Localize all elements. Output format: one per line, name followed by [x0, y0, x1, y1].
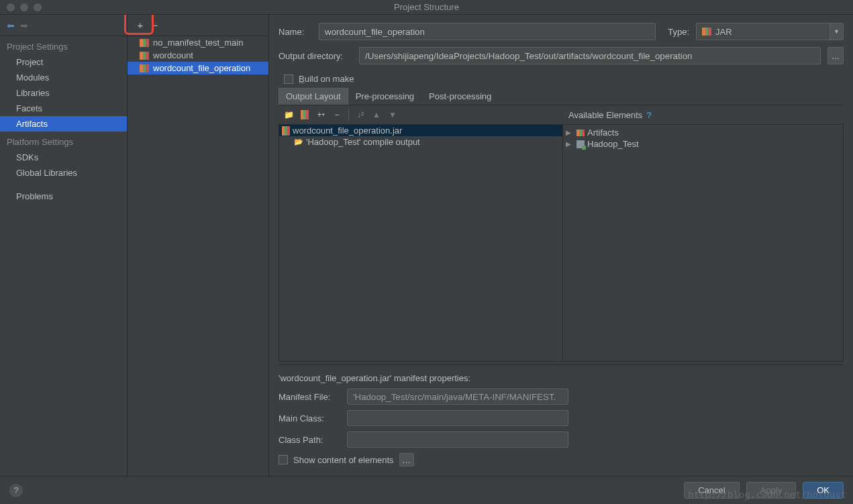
- nav-arrows: ⬅ ➡: [0, 15, 127, 36]
- name-input[interactable]: [319, 23, 656, 40]
- main-class-row: Main Class:: [279, 410, 844, 426]
- main-class-label: Main Class:: [279, 413, 340, 423]
- help-icon[interactable]: ?: [646, 110, 652, 120]
- build-on-make-row: BBuild on makeuild on make: [284, 74, 844, 84]
- jar-icon: [702, 28, 711, 36]
- tab-output-layout[interactable]: Output Layout: [279, 88, 348, 105]
- main-class-input[interactable]: [347, 410, 568, 426]
- output-row: Output directory: …: [279, 47, 844, 64]
- artifacts-list-panel: + − no_manifest_test_main wordcount word…: [128, 15, 269, 476]
- nav-problems[interactable]: Problems: [0, 189, 127, 204]
- remove-artifact-button[interactable]: −: [149, 19, 161, 32]
- manifest-title: 'wordcount_file_operation.jar' manifest …: [279, 370, 844, 389]
- nav-artifacts[interactable]: Artifacts: [0, 116, 127, 132]
- manifest-file-input[interactable]: [347, 389, 568, 405]
- sort-icon[interactable]: ↓²: [353, 107, 368, 122]
- maximize-window-icon[interactable]: [34, 3, 42, 11]
- tabs: Output Layout Pre-processing Post-proces…: [279, 88, 844, 105]
- separator: [348, 109, 349, 121]
- bottom-buttons: Cancel Apply OK: [684, 482, 844, 499]
- class-path-row: Class Path:: [279, 432, 844, 448]
- move-down-icon[interactable]: ▼: [385, 107, 400, 122]
- nav-sdks[interactable]: SDKs: [0, 150, 127, 165]
- artifacts-toolbar: + −: [128, 15, 268, 36]
- window-title: Project Structure: [394, 2, 459, 12]
- artifact-label: wordcount: [153, 50, 193, 60]
- left-panel: ⬅ ➡ Project Settings Project Modules Lib…: [0, 15, 128, 476]
- tree-child[interactable]: 📂 'Hadoop_Test' compile output: [279, 136, 562, 148]
- section-project-settings: Project Settings: [0, 36, 127, 54]
- manifest-file-row: Manifest File:: [279, 389, 844, 405]
- jar-icon: [576, 130, 585, 136]
- nav-global-libraries[interactable]: Global Libraries: [0, 165, 127, 181]
- expand-icon[interactable]: ▶: [566, 140, 574, 148]
- class-path-label: Class Path:: [279, 435, 340, 445]
- module-icon: [576, 140, 585, 148]
- artifact-item-selected[interactable]: wordcount_file_operation: [128, 62, 268, 74]
- expand-icon[interactable]: ▶: [566, 129, 574, 136]
- type-label: Type:: [668, 27, 689, 37]
- artifact-item[interactable]: no_manifest_test_main: [128, 36, 268, 49]
- nav-project[interactable]: Project: [0, 54, 127, 70]
- compile-output-icon: 📂: [294, 138, 303, 146]
- name-label: Name:: [279, 27, 312, 37]
- nav-forward-icon[interactable]: ➡: [20, 20, 28, 31]
- traffic-lights: [0, 3, 42, 11]
- type-select[interactable]: JAR ▼: [696, 23, 844, 40]
- show-content-browse[interactable]: …: [399, 453, 414, 466]
- add-element-button[interactable]: +▾: [313, 107, 328, 122]
- remove-element-button[interactable]: −: [330, 107, 344, 122]
- jar-icon: [140, 52, 149, 60]
- available-item-artifacts[interactable]: ▶ Artifacts: [563, 127, 843, 138]
- nav-back-icon[interactable]: ⬅: [7, 20, 15, 31]
- nav-libraries[interactable]: Libraries: [0, 85, 127, 101]
- new-archive-icon[interactable]: [297, 107, 312, 122]
- available-header: Available Elements ?: [563, 107, 843, 123]
- available-title: Available Elements: [568, 110, 642, 120]
- show-content-label: Show content of elements: [293, 455, 394, 465]
- available-label: Artifacts: [587, 128, 619, 138]
- tab-post-processing[interactable]: Post-processing: [421, 88, 499, 105]
- editor-body: wordcount_file_operation.jar 📂 'Hadoop_T…: [279, 124, 844, 362]
- browse-button[interactable]: …: [827, 47, 844, 64]
- artifact-label: wordcount_file_operation: [153, 63, 250, 73]
- jar-icon: [140, 39, 149, 47]
- chevron-down-icon: ▼: [830, 23, 843, 40]
- tree-child-label: 'Hadoop_Test' compile output: [306, 137, 420, 147]
- jar-icon: [140, 64, 149, 72]
- name-row: Name: Type: JAR ▼: [279, 23, 844, 40]
- type-value: JAR: [715, 27, 732, 37]
- show-content-checkbox[interactable]: [279, 455, 288, 464]
- ok-button[interactable]: OK: [803, 482, 844, 499]
- apply-button[interactable]: Apply: [746, 482, 797, 499]
- available-item-module[interactable]: ▶ Hadoop_Test: [563, 138, 843, 150]
- close-window-icon[interactable]: [7, 3, 15, 11]
- output-tree[interactable]: wordcount_file_operation.jar 📂 'Hadoop_T…: [279, 125, 562, 361]
- help-button[interactable]: ?: [9, 484, 23, 497]
- section-platform-settings: Platform Settings: [0, 132, 127, 150]
- output-input[interactable]: [359, 47, 821, 64]
- artifact-editor: 📁 +▾ − ↓² ▲ ▼ wordcount_file_operation.j…: [279, 105, 844, 470]
- class-path-input[interactable]: [347, 432, 568, 448]
- available-panel: Available Elements ? ▶ Artifacts ▶ Hadoo…: [562, 125, 843, 361]
- move-up-icon[interactable]: ▲: [369, 107, 384, 122]
- build-on-make-checkbox[interactable]: [284, 74, 293, 84]
- tree-root[interactable]: wordcount_file_operation.jar: [279, 125, 562, 136]
- show-content-row: Show content of elements …: [279, 453, 844, 466]
- cancel-button[interactable]: Cancel: [684, 482, 739, 499]
- output-label: Output directory:: [279, 51, 352, 61]
- minimize-window-icon[interactable]: [20, 3, 28, 11]
- manifest-file-label: Manifest File:: [279, 392, 340, 402]
- tab-pre-processing[interactable]: Pre-processing: [348, 88, 421, 105]
- build-on-make-label: BBuild on makeuild on make: [299, 74, 354, 84]
- artifact-item[interactable]: wordcount: [128, 49, 268, 62]
- available-label: Hadoop_Test: [587, 139, 639, 149]
- tree-root-label: wordcount_file_operation.jar: [293, 125, 402, 136]
- bottom-bar: ? Cancel Apply OK: [0, 476, 853, 504]
- nav-facets[interactable]: Facets: [0, 101, 127, 116]
- nav-modules[interactable]: Modules: [0, 70, 127, 85]
- titlebar: Project Structure: [0, 0, 853, 15]
- new-folder-icon[interactable]: 📁: [281, 107, 296, 122]
- add-artifact-button[interactable]: +: [134, 19, 146, 32]
- jar-icon: [282, 126, 290, 136]
